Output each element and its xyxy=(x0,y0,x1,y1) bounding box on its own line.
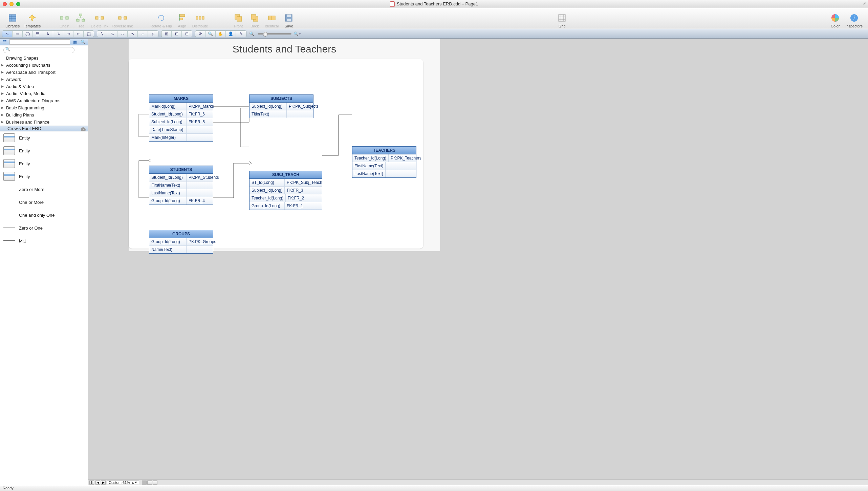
chain-button[interactable]: Chain xyxy=(56,13,72,28)
front-button[interactable]: Front xyxy=(230,13,246,28)
sidebar-search xyxy=(0,45,88,55)
back-icon xyxy=(250,13,259,23)
zoom-in-icon[interactable]: 🔍+ xyxy=(294,31,301,36)
close-category-icon[interactable]: × xyxy=(81,127,86,131)
polyline-tool[interactable]: ⌐ xyxy=(138,31,148,37)
grid-view-icon[interactable]: ▦ xyxy=(71,40,78,44)
svg-rect-0 xyxy=(9,15,16,21)
view-tool-group: ⟳ 🔍 ✋ 👤 ✎ xyxy=(195,30,246,37)
snap-tool-1[interactable]: ⊞ xyxy=(161,31,172,37)
category-item[interactable]: Audio, Video, Media xyxy=(0,90,88,97)
category-item[interactable]: Audio & Video xyxy=(0,83,88,90)
delete-link-button[interactable]: Delete link xyxy=(89,13,110,28)
library-search-input[interactable] xyxy=(3,47,74,53)
line-tool-1[interactable]: ╲ xyxy=(97,31,107,37)
entity-subjects[interactable]: SUBJECTS Subject_Id(Long)PK:PK_Subjects … xyxy=(249,94,313,118)
shape-item[interactable]: Entity xyxy=(0,131,88,144)
entity-students[interactable]: STUDENTS Student_Id(Long)PK:PK_Students … xyxy=(149,166,213,205)
zoom-out-icon[interactable]: 🔍- xyxy=(249,31,256,36)
connector-tool-3[interactable]: ⇥ xyxy=(63,31,73,37)
identical-button[interactable]: Identical xyxy=(263,13,281,28)
diagram-page[interactable]: MARKS MarkId(Long)PK:PK_Marks Student_Id… xyxy=(129,59,423,249)
window-title: Students and Teachers ERD.cdd – Page1 xyxy=(0,1,868,7)
category-item[interactable]: Artwork xyxy=(0,76,88,83)
reverse-link-button[interactable]: Reverse link xyxy=(110,13,135,28)
entity-marks[interactable]: MARKS MarkId(Long)PK:PK_Marks Student_Id… xyxy=(149,94,213,142)
refresh-tool[interactable]: ⟳ xyxy=(195,31,205,37)
canvas[interactable]: Students and Teachers xyxy=(129,39,440,251)
entity-subj-teach[interactable]: SUBJ_TEACH ST_Id(Long)PK:PK_Subj_Teach S… xyxy=(249,171,322,210)
connector-tool-1[interactable]: ↳ xyxy=(43,31,53,37)
zoom-slider[interactable] xyxy=(258,33,291,35)
rect-tool[interactable]: ▭ xyxy=(13,31,23,37)
distribute-button[interactable]: Distribute xyxy=(190,13,210,28)
entity-teachers[interactable]: TEACHERS Teacher_Id(Long)PK:PK_Teachers … xyxy=(352,146,416,178)
category-item[interactable]: Aerospace and Transport xyxy=(0,69,88,76)
arc-tool[interactable]: ⌢ xyxy=(117,31,128,37)
titlebar: Students and Teachers ERD.cdd – Page1 ⤢ xyxy=(0,0,868,8)
shape-item[interactable]: One and only One xyxy=(0,209,88,221)
reverse-link-icon xyxy=(118,13,127,23)
sidebar-filter-input[interactable] xyxy=(9,39,70,45)
color-button[interactable]: Color xyxy=(827,13,843,28)
next-page-button[interactable]: ▶ xyxy=(101,481,106,485)
save-button[interactable]: Save xyxy=(281,13,297,28)
category-item[interactable]: Building Plans xyxy=(0,111,88,119)
prev-page-button[interactable]: ◀ xyxy=(95,481,100,485)
shape-item[interactable]: One or More xyxy=(0,196,88,209)
grid-button[interactable]: Grid xyxy=(554,13,570,28)
svg-rect-8 xyxy=(77,19,79,21)
snap-tool-2[interactable]: ⊡ xyxy=(172,31,182,37)
shape-item[interactable]: Zero or One xyxy=(0,221,88,234)
bezier-tool[interactable]: ⎌ xyxy=(148,31,158,37)
entity-groups[interactable]: GROUPS Group_Id(Long)PK:PK_Groups Name(T… xyxy=(149,230,213,254)
shape-palette: Entity Entity Entity Entity Zero or More… xyxy=(0,131,88,485)
search-toggle-icon[interactable]: 🔍 xyxy=(80,40,86,44)
category-item[interactable]: Business and Finance xyxy=(0,119,88,126)
ellipse-tool[interactable]: ◯ xyxy=(23,31,33,37)
library-toggle-icon[interactable]: ☷ xyxy=(1,40,8,44)
eyedropper-tool[interactable]: ✎ xyxy=(236,31,246,37)
rotate-flip-button[interactable]: Rotate & Flip xyxy=(148,13,174,28)
category-crows-foot-erd[interactable]: Crow's Foot ERD × xyxy=(0,126,88,131)
page-tab[interactable] xyxy=(142,481,147,485)
connector-tool-2[interactable]: ↴ xyxy=(53,31,63,37)
canvas-area[interactable]: Students and Teachers xyxy=(88,39,868,485)
magnify-tool[interactable]: 🔍 xyxy=(205,31,216,37)
svg-rect-36 xyxy=(287,19,291,21)
page-tab[interactable] xyxy=(147,481,152,485)
connector-shape-icon xyxy=(3,223,15,232)
zoom-dropdown[interactable]: Custom 61%▲▼ xyxy=(107,480,139,485)
save-icon xyxy=(284,13,294,23)
page-tab[interactable] xyxy=(153,481,157,485)
category-drawing-shapes[interactable]: Drawing Shapes xyxy=(0,55,88,62)
crop-tool[interactable]: 👤 xyxy=(226,31,236,37)
line-tool-group: ╲ ↘ ⌢ ∿ ⌐ ⎌ xyxy=(97,30,158,37)
category-item[interactable]: Basic Diagramming xyxy=(0,104,88,111)
expand-icon[interactable]: ⤢ xyxy=(863,1,866,6)
snap-tool-3[interactable]: ⊟ xyxy=(182,31,192,37)
shape-item[interactable]: M:1 xyxy=(0,234,88,247)
shape-item[interactable]: Entity xyxy=(0,157,88,170)
curve-tool[interactable]: ∿ xyxy=(128,31,138,37)
svg-rect-29 xyxy=(237,17,242,21)
back-button[interactable]: Back xyxy=(246,13,263,28)
align-button[interactable]: Align xyxy=(174,13,190,28)
libraries-button[interactable]: Libraries xyxy=(3,13,22,28)
connector-tool-4[interactable]: ⇤ xyxy=(73,31,84,37)
templates-button[interactable]: Templates xyxy=(22,13,43,28)
connector-tool-5[interactable]: ⬚ xyxy=(84,31,94,37)
pause-icon[interactable]: ‖ xyxy=(89,481,94,485)
shape-item[interactable]: Entity xyxy=(0,144,88,157)
shape-item[interactable]: Zero or More xyxy=(0,183,88,196)
category-item[interactable]: Accounting Flowcharts xyxy=(0,62,88,69)
hand-tool[interactable]: ✋ xyxy=(216,31,226,37)
line-tool-2[interactable]: ↘ xyxy=(107,31,117,37)
pointer-tool[interactable]: ↖ xyxy=(2,31,13,37)
inspectors-button[interactable]: iInspectors xyxy=(843,13,865,28)
tree-button[interactable]: Tree xyxy=(72,13,89,28)
category-item[interactable]: AWS Architecture Diagrams xyxy=(0,97,88,104)
shape-item[interactable]: Entity xyxy=(0,170,88,183)
text-tool[interactable]: ☰ xyxy=(33,31,43,37)
front-icon xyxy=(234,13,243,23)
